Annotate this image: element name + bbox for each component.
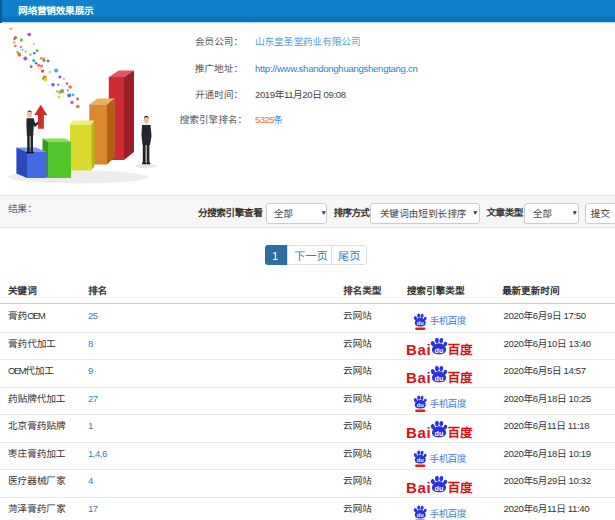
svg-text:du: du [416, 457, 423, 463]
svg-text:du: du [416, 402, 423, 408]
svg-text:du: du [434, 484, 443, 493]
svg-text:du: du [416, 512, 423, 518]
svg-text:du: du [434, 429, 443, 438]
svg-text:du: du [434, 374, 443, 383]
svg-text:du: du [434, 346, 443, 355]
svg-text:du: du [416, 320, 423, 326]
